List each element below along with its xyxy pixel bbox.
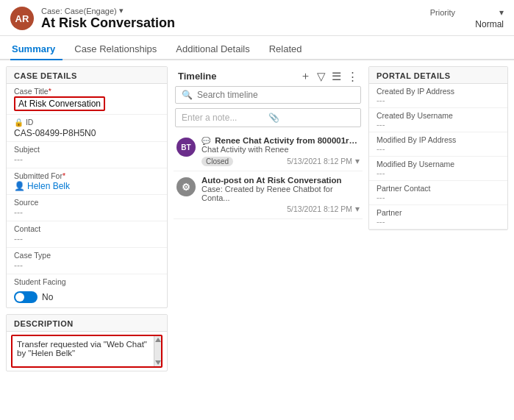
contact-value: ---	[14, 234, 160, 244]
source-field: Source ---	[7, 195, 167, 221]
case-details-section: CASE DETAILS Case Title* At Risk Convers…	[6, 66, 168, 308]
search-input[interactable]	[197, 90, 354, 100]
priority-row: Priority ▾	[430, 7, 504, 18]
priority-area: Priority ▾ Normal	[430, 7, 504, 29]
timeline-actions: ＋ ▽ ☰ ⋮	[300, 69, 358, 83]
priority-dropdown-icon[interactable]: ▾	[499, 7, 504, 18]
timeline-item-2: ⚙ Auto-post on At Risk Conversation Case…	[174, 171, 363, 219]
case-type-field-value: ---	[14, 260, 160, 271]
header-left: AR Case: Case(Engage) ▾ At Risk Conversa…	[10, 6, 175, 31]
timeline-item-1-meta: Closed 5/13/2021 8:12 PM ▾	[201, 155, 360, 166]
timeline-search-bar: 🔍	[175, 86, 361, 104]
id-label: 🔒 ID	[14, 118, 160, 127]
subject-label: Subject	[14, 145, 160, 154]
modified-by-username-label: Modified By Username	[376, 160, 500, 168]
source-value: ---	[14, 207, 160, 218]
portal-details-header: PORTAL DETAILS	[369, 67, 507, 84]
timeline-item-2-meta: 5/13/2021 8:12 PM ▾	[201, 204, 360, 214]
header: AR Case: Case(Engage) ▾ At Risk Conversa…	[0, 0, 514, 36]
subject-value: ---	[14, 154, 160, 165]
created-by-ip-field: Created By IP Address ---	[369, 84, 507, 108]
search-icon: 🔍	[182, 90, 193, 100]
list-icon[interactable]: ☰	[332, 70, 341, 83]
partner-value: ---	[376, 217, 500, 226]
timeline-item-1-date: 5/13/2021 8:12 PM	[287, 157, 352, 165]
id-value: CAS-08499-P8H5N0	[14, 128, 160, 138]
main-content: CASE DETAILS Case Title* At Risk Convers…	[0, 60, 514, 414]
partner-contact-value: ---	[376, 193, 500, 202]
student-facing-toggle-row: No	[7, 291, 167, 307]
case-type-label: Case: Case(Engage) ▾	[41, 6, 175, 15]
chat-icon: 💬	[201, 137, 210, 145]
description-header: DESCRIPTION	[7, 315, 167, 332]
more-icon[interactable]: ⋮	[347, 70, 358, 83]
case-type-field-label: Case Type	[14, 251, 160, 260]
submitted-for-label: Submitted For*	[14, 171, 160, 180]
scroll-down-icon[interactable]	[155, 360, 161, 365]
partner-label: Partner	[376, 208, 500, 217]
attach-icon[interactable]: 📎	[268, 113, 355, 123]
submitted-for-value[interactable]: 👤 Helen Belk	[14, 181, 160, 191]
modified-by-username-field: Modified By Username ---	[369, 157, 507, 181]
tab-summary[interactable]: Summary	[10, 38, 63, 60]
modified-by-username-value: ---	[376, 168, 500, 177]
avatar: AR	[10, 7, 34, 30]
toggle-knob	[15, 293, 24, 302]
timeline-avatar-1: BT	[176, 138, 196, 157]
student-facing-toggle[interactable]	[14, 291, 38, 303]
case-title-value: At Risk Conversation	[14, 96, 105, 111]
note-placeholder: Enter a note...	[182, 113, 268, 123]
description-content: Transfer requested via "Web Chat" by "He…	[17, 340, 157, 357]
created-by-username-value: ---	[376, 120, 500, 129]
left-panel: CASE DETAILS Case Title* At Risk Convers…	[6, 66, 168, 414]
note-input-area[interactable]: Enter a note... 📎	[175, 108, 361, 127]
tab-additional-details[interactable]: Additional Details	[174, 38, 257, 60]
timeline-item-2-title: Auto-post on At Risk Conversation	[201, 176, 360, 185]
tab-bar: Summary Case Relationships Additional De…	[0, 38, 514, 60]
right-panel: PORTAL DETAILS Created By IP Address ---…	[368, 66, 508, 414]
priority-value: Normal	[475, 19, 504, 29]
case-title-field: Case Title* At Risk Conversation	[7, 84, 167, 115]
person-icon: 👤	[14, 181, 25, 191]
timeline-item-1-chevron[interactable]: ▾	[355, 156, 360, 166]
timeline-item: BT 💬 Renee Chat Activity from 800001rene…	[174, 132, 363, 171]
timeline-item-1-title: 💬 Renee Chat Activity from 800001reneede…	[201, 136, 360, 145]
timeline-item-1-content: 💬 Renee Chat Activity from 800001reneede…	[201, 136, 360, 166]
id-field: 🔒 ID CAS-08499-P8H5N0	[7, 115, 167, 142]
middle-panel: Timeline ＋ ▽ ☰ ⋮ 🔍 Enter a note... 📎 BT …	[174, 66, 363, 414]
student-facing-label: Student Facing	[14, 277, 160, 286]
modified-by-ip-field: Modified By IP Address ---	[369, 132, 507, 157]
main-title: At Risk Conversation	[41, 15, 175, 31]
description-section: DESCRIPTION Transfer requested via "Web …	[6, 314, 168, 371]
timeline-header: Timeline ＋ ▽ ☰ ⋮	[174, 66, 363, 86]
description-box[interactable]: Transfer requested via "Web Chat" by "He…	[11, 335, 163, 368]
partner-field: Partner ---	[369, 205, 507, 229]
student-facing-value: No	[42, 292, 53, 302]
created-by-ip-label: Created By IP Address	[376, 87, 500, 96]
subject-field: Subject ---	[7, 142, 167, 168]
add-icon[interactable]: ＋	[300, 69, 311, 83]
timeline-title: Timeline	[178, 71, 217, 82]
lock-icon: 🔒	[14, 118, 24, 127]
modified-by-ip-value: ---	[376, 144, 500, 153]
created-by-username-label: Created By Username	[376, 111, 500, 120]
timeline-item-2-subtitle: Case: Created by Renee Chatbot for Conta…	[201, 185, 360, 202]
scrollbar[interactable]	[154, 336, 161, 366]
partner-contact-label: Partner Contact	[376, 184, 500, 193]
scroll-up-icon[interactable]	[155, 338, 161, 342]
partner-contact-field: Partner Contact ---	[369, 181, 507, 205]
created-by-username-field: Created By Username ---	[369, 108, 507, 132]
source-label: Source	[14, 198, 160, 207]
timeline-item-1-badge: Closed	[201, 157, 233, 166]
case-title-label: Case Title*	[14, 87, 160, 96]
student-facing-row: Student Facing	[7, 274, 167, 291]
timeline-item-2-chevron[interactable]: ▾	[355, 204, 360, 214]
tab-related[interactable]: Related	[268, 38, 310, 60]
timeline-item-1-subtitle: Chat Activity with Renee	[201, 145, 360, 154]
chevron-down-icon[interactable]: ▾	[119, 6, 124, 15]
modified-by-ip-label: Modified By IP Address	[376, 135, 500, 144]
contact-label: Contact	[14, 224, 160, 233]
filter-icon[interactable]: ▽	[317, 70, 326, 83]
portal-details-section: PORTAL DETAILS Created By IP Address ---…	[368, 66, 508, 230]
tab-case-relationships[interactable]: Case Relationships	[73, 38, 164, 60]
